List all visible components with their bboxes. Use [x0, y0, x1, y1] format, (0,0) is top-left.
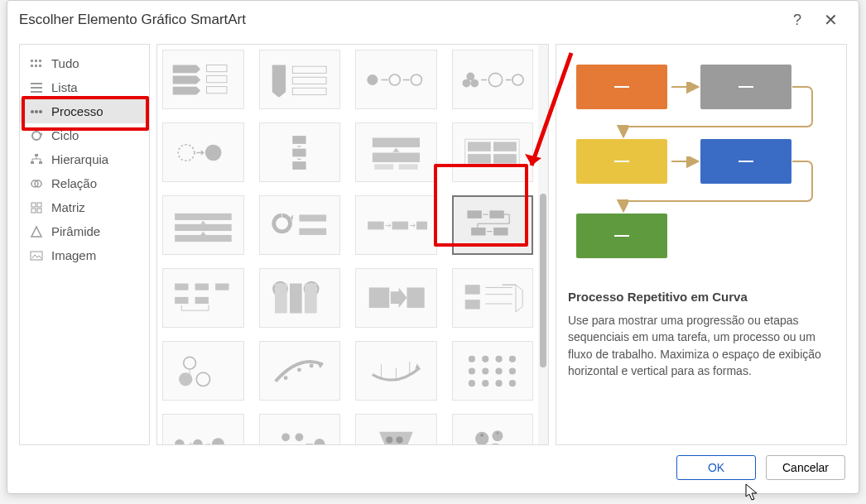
svg-rect-56: [368, 221, 384, 229]
relation-icon: [30, 177, 43, 190]
gallery-thumb[interactable]: [259, 341, 341, 401]
svg-point-9: [31, 110, 34, 113]
svg-rect-8: [31, 91, 42, 93]
svg-point-100: [509, 380, 516, 386]
sidebar-item-processo[interactable]: Processo: [20, 99, 149, 123]
svg-text:+: +: [188, 439, 193, 444]
svg-point-29: [367, 74, 378, 84]
cancel-button[interactable]: Cancelar: [766, 455, 845, 480]
list-icon: [30, 81, 43, 94]
close-button[interactable]: ✕: [814, 10, 847, 30]
gallery-thumb[interactable]: [452, 341, 534, 401]
gallery-thumb[interactable]: [162, 50, 244, 109]
gallery-thumb[interactable]: [452, 50, 534, 109]
gallery-thumb-selected[interactable]: [452, 195, 534, 255]
gallery-thumb[interactable]: [162, 268, 244, 328]
svg-rect-41: [293, 161, 306, 170]
sidebar-item-ciclo[interactable]: Ciclo: [20, 123, 149, 147]
sidebar-item-label: Hierarquia: [51, 152, 108, 166]
gallery-thumb[interactable]: [452, 268, 534, 328]
svg-rect-20: [31, 209, 36, 213]
svg-rect-4: [35, 65, 37, 67]
sidebar-item-lista[interactable]: Lista: [20, 75, 149, 99]
smartart-dialog: Escolher Elemento Gráfico SmartArt ? ✕ T…: [7, 0, 859, 494]
svg-point-93: [469, 367, 475, 374]
svg-point-38: [205, 144, 222, 161]
svg-point-96: [509, 367, 516, 374]
svg-point-94: [483, 367, 489, 374]
sidebar-item-piramide[interactable]: Pirâmide: [20, 219, 149, 243]
sidebar-item-relacao[interactable]: Relação: [20, 171, 149, 195]
svg-rect-39: [293, 136, 306, 144]
gallery-thumb[interactable]: [162, 341, 244, 401]
sidebar-item-label: Imagem: [51, 248, 96, 262]
svg-rect-76: [465, 300, 480, 309]
svg-rect-14: [31, 161, 34, 164]
gallery-thumb[interactable]: [355, 195, 437, 255]
help-button[interactable]: ?: [781, 12, 814, 29]
gallery-thumb[interactable]: [162, 122, 244, 182]
svg-point-31: [411, 74, 421, 84]
svg-rect-72: [275, 283, 287, 313]
svg-point-34: [471, 79, 479, 87]
gallery-thumb[interactable]: [355, 341, 437, 401]
gallery-thumb[interactable]: [355, 122, 437, 182]
sidebar-item-label: Matriz: [51, 200, 85, 214]
smartart-gallery[interactable]: += +: [157, 45, 538, 444]
sidebar-item-matriz[interactable]: Matriz: [20, 195, 149, 219]
svg-point-111: [396, 436, 402, 443]
sidebar-item-label: Relação: [51, 176, 97, 190]
pyramid-icon: [30, 225, 43, 238]
gallery-scrollbar[interactable]: [538, 45, 548, 444]
svg-rect-42: [373, 137, 420, 146]
svg-point-82: [196, 372, 209, 386]
svg-rect-1: [35, 60, 37, 62]
svg-rect-51: [175, 213, 232, 219]
svg-rect-25: [206, 86, 227, 93]
svg-rect-18: [31, 203, 36, 207]
svg-rect-28: [293, 88, 327, 94]
svg-text:=: =: [206, 439, 211, 444]
gallery-thumb[interactable]: [259, 195, 341, 255]
gallery-thumb[interactable]: [259, 50, 341, 109]
svg-rect-45: [399, 164, 418, 170]
svg-point-10: [35, 110, 38, 113]
svg-rect-47: [468, 142, 491, 151]
sidebar-item-hierarquia[interactable]: Hierarquia: [20, 147, 149, 171]
cycle-icon: [30, 129, 43, 142]
svg-point-11: [39, 110, 42, 113]
gallery-thumb[interactable]: +=: [162, 414, 244, 444]
sidebar-item-label: Processo: [51, 104, 103, 118]
svg-point-33: [463, 79, 471, 87]
dialog-title: Escolher Elemento Gráfico SmartArt: [19, 12, 781, 28]
sidebar-item-tudo[interactable]: Tudo: [20, 51, 149, 75]
matrix-icon: [30, 201, 43, 214]
svg-rect-71: [305, 283, 317, 313]
preview-panel: Processo Repetitivo em Curva Use para mo…: [556, 44, 847, 445]
gallery-thumb[interactable]: +: [259, 414, 341, 444]
gallery-thumb[interactable]: [452, 414, 534, 444]
svg-rect-0: [31, 60, 33, 62]
ok-button[interactable]: OK: [676, 455, 756, 480]
svg-rect-63: [175, 283, 188, 290]
gallery-thumb[interactable]: [162, 195, 244, 255]
gallery-panel: += +: [156, 44, 549, 445]
gallery-thumb[interactable]: [355, 414, 437, 444]
svg-rect-40: [293, 148, 306, 156]
gallery-thumb[interactable]: [355, 50, 437, 109]
svg-point-37: [178, 144, 195, 161]
sidebar-item-imagem[interactable]: Imagem: [20, 243, 149, 267]
image-icon: [30, 249, 43, 262]
svg-point-95: [496, 367, 503, 374]
svg-rect-58: [416, 221, 427, 229]
gallery-thumb[interactable]: [259, 122, 341, 182]
svg-point-85: [310, 363, 314, 367]
gallery-thumb[interactable]: [259, 268, 341, 328]
svg-point-36: [512, 74, 523, 84]
svg-rect-21: [37, 209, 41, 213]
gallery-thumb[interactable]: [355, 268, 437, 328]
svg-point-98: [483, 380, 489, 386]
gallery-thumb[interactable]: [452, 122, 534, 182]
svg-rect-49: [468, 154, 491, 163]
process-icon: [30, 105, 43, 118]
